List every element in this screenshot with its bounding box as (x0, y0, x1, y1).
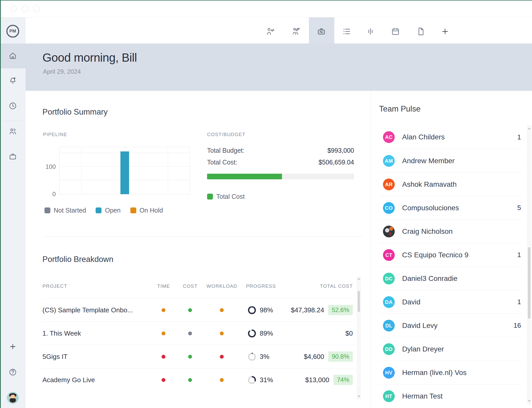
header-date: April 29, 2024 (43, 68, 81, 75)
table-row[interactable]: (CS) Sample Template Onbo... 98 $47,398.… (42, 298, 355, 322)
report-file-icon[interactable] (415, 26, 426, 37)
member-name: Craig Nicholson (402, 220, 453, 243)
avatar-initials: AR (385, 182, 393, 188)
project-name: 1. This Week (42, 322, 155, 345)
team-member-row[interactable]: AM Andrew Member (379, 149, 522, 172)
avatar-initials: AM (385, 158, 393, 164)
legend-label: Not Started (54, 207, 86, 214)
pipeline-label: PIPELINE (43, 132, 67, 137)
scroll-up-arrow[interactable] (528, 128, 530, 129)
member-name: Daniel3 Conradie (402, 267, 457, 290)
sidebar-item-notifications[interactable] (7, 75, 18, 86)
team-activity-icon[interactable] (290, 26, 302, 37)
member-name: Compusoluciones (402, 196, 459, 219)
total-budget-label: Total Budget: (207, 147, 244, 154)
avatar-initials: HT (385, 393, 392, 399)
current-user-avatar[interactable] (7, 392, 19, 404)
add-new-icon[interactable] (439, 26, 451, 37)
cost-legend-item: Total Cost (207, 193, 245, 200)
team-member-row[interactable]: HT Herman Test (379, 384, 522, 408)
pipeline-open-bar (120, 151, 129, 194)
team-member-row[interactable]: CT CS Equipo Tecnico 9 1 (379, 243, 522, 267)
board-columns-icon[interactable] (365, 26, 376, 37)
team-scrollbar-thumb[interactable] (528, 247, 530, 319)
column-header-total-cost[interactable]: TOTAL COST (320, 283, 353, 289)
not-started-swatch (44, 207, 50, 213)
table-scrollbar-thumb[interactable] (358, 291, 360, 312)
scroll-up-arrow[interactable] (358, 278, 360, 280)
scroll-down-arrow[interactable] (528, 400, 530, 402)
sidebar-item-recent[interactable] (7, 100, 18, 112)
sidebar-item-home[interactable] (7, 50, 18, 61)
team-member-row[interactable]: DC Daniel3 Conradie (379, 267, 522, 290)
member-name: David (402, 290, 421, 314)
progress-percent: 31 (260, 368, 273, 391)
team-member-row[interactable]: DD Dylan Dreyer (379, 337, 522, 361)
calendar-icon[interactable] (390, 26, 401, 37)
team-member-row[interactable]: AR Ashok Ramavath (379, 172, 522, 196)
legend-label: Total Cost (216, 193, 245, 200)
browser-chrome (0, 0, 532, 17)
column-header-progress[interactable]: PROGRESS (246, 283, 276, 289)
sidebar-item-team[interactable] (7, 126, 18, 137)
member-name: Herman Test (402, 384, 443, 408)
cost-budget-progress-bar (207, 174, 354, 179)
app-window: PM Good morning, Bill April 29, 2024 Por… (0, 0, 532, 408)
scroll-down-arrow[interactable] (358, 396, 360, 397)
table-row[interactable]: 1. This Week 89 $0 (42, 322, 355, 345)
legend-item-not-started: Not Started (44, 207, 86, 214)
progress-percent: 3 (260, 345, 269, 368)
sidebar-add-button[interactable] (7, 341, 18, 352)
member-avatar: HV (383, 367, 395, 379)
table-row[interactable]: 5Gigs IT 3 $4,600 90.8% (42, 345, 355, 368)
section-divider (42, 237, 363, 237)
total-cost-cell: $13,000 74% (305, 368, 353, 391)
sidebar-item-portfolio[interactable] (7, 151, 18, 162)
team-member-row[interactable]: CO Compusoluciones 5 (379, 196, 522, 219)
avatar-initials: DA (385, 299, 393, 305)
pipeline-chart (59, 147, 190, 194)
task-list-icon[interactable] (341, 26, 352, 37)
member-avatar: AC (383, 131, 395, 143)
team-member-row[interactable]: DL David Levy 16 (379, 314, 522, 337)
portfolio-health-icon[interactable] (316, 26, 327, 37)
column-header-workload[interactable]: WORKLOAD (204, 283, 240, 289)
help-button[interactable] (7, 367, 18, 378)
window-close-button[interactable] (10, 5, 17, 12)
team-member-row[interactable]: Craig Nicholson (379, 219, 522, 243)
window-maximize-button[interactable] (33, 5, 40, 12)
project-name: Academy Go Live (42, 368, 155, 391)
team-member-row[interactable]: HV Herman (live.nl) Vos (379, 361, 522, 384)
y-axis-tick-100: 100 (38, 163, 56, 170)
pm-logo[interactable]: PM (6, 25, 19, 38)
window-minimize-button[interactable] (22, 5, 28, 12)
total-cost-swatch (207, 194, 213, 200)
table-scrollbar-track[interactable] (357, 276, 361, 399)
variance-badge: 74% (333, 375, 353, 385)
time-status-dot (162, 355, 165, 359)
total-cost-value: $506,659.04 (277, 159, 354, 166)
column-header-time[interactable]: TIME (153, 283, 174, 289)
column-header-project[interactable]: PROJECT (42, 283, 67, 289)
team-scrollbar-track[interactable] (527, 125, 531, 404)
cost-status-dot (188, 308, 192, 312)
table-header: PROJECT TIME COST WORKLOAD PROGRESS TOTA… (42, 283, 355, 296)
screen-edge-top (0, 0, 532, 1)
cost-budget-label: COST/BUDGET (207, 132, 245, 137)
total-cost-label: Total Cost: (207, 159, 237, 166)
user-activity-icon[interactable] (265, 26, 276, 37)
column-header-cost[interactable]: COST (180, 283, 200, 289)
member-name: Andrew Member (402, 149, 455, 172)
team-pulse-list: AC Alan Childers 1 AM Andrew Member AR A… (379, 125, 522, 408)
team-member-row[interactable]: DA David 1 (379, 290, 522, 314)
avatar-initials: HV (385, 370, 393, 376)
portfolio-summary-title: Portfolio Summary (42, 107, 108, 117)
member-avatar: AM (383, 155, 395, 167)
cost-status-dot (188, 378, 192, 382)
team-member-row[interactable]: AC Alan Childers 1 (379, 125, 522, 149)
avatar-beard (10, 398, 16, 403)
member-avatar: DD (383, 343, 395, 355)
table-row[interactable]: Academy Go Live 31 $13,000 74% (42, 368, 355, 391)
total-cost-value: $47,398.24 (291, 306, 324, 314)
member-name: Dylan Dreyer (402, 337, 444, 361)
